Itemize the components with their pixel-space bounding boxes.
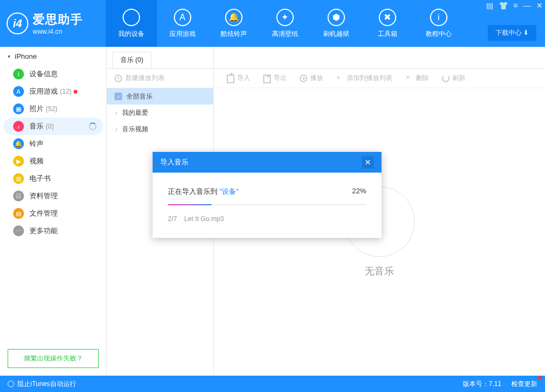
brand-logo-icon: i4 [7,13,28,34]
sidebar-item-label: 设备信息 [29,69,58,79]
notification-dot-icon [538,376,542,380]
sidebar-item-data-manage[interactable]: ☷ 资料管理 [0,187,106,205]
minimize-button[interactable]: — [523,1,531,10]
sidebar-item-label: 资料管理 [29,191,58,201]
nav-my-device[interactable]: 我的设备 [106,0,157,47]
check-update-button[interactable]: 检查更新 [511,379,537,389]
skin-icon[interactable]: 👕 [499,1,508,10]
import-status-text: 正在导入音乐到 "设备" [168,187,239,197]
import-prefix: 正在导入音乐到 [168,187,217,195]
import-button[interactable]: 导入 [227,74,250,83]
export-button[interactable]: 导出 [263,74,287,83]
nav-label: 高清壁纸 [272,29,298,39]
category-label: 我的最爱 [122,108,148,118]
new-playlist-button[interactable]: 新建播放列表 [107,69,213,88]
nav-tutorials[interactable]: i 教程中心 [413,0,464,47]
sidebar-item-label: 视频 [29,156,44,166]
sidebar-item-label: 文件管理 [29,209,58,218]
system-buttons: ▤ 👕 ≡ — ✕ [486,1,543,10]
nav-ringtones[interactable]: 🔔 酷炫铃声 [208,0,259,47]
count-badge: (0) [46,122,54,130]
tab-music[interactable]: 音乐 (0) [112,52,152,68]
menu-icon[interactable]: ≡ [513,1,518,10]
current-filename: Let It Go.mp3 [184,215,224,223]
status-right: 版本号：7.11 检查更新 [463,379,537,389]
sidebar-item-photos[interactable]: ▦ 照片 (52) [0,100,106,118]
faq-button[interactable]: 频繁出现操作失败？ [8,349,99,368]
toolbar-label: 导入 [237,74,250,83]
plus-circle-icon [114,75,122,82]
sidebar-items: i 设备信息 A 应用游戏 (12) ▦ 照片 (52) ♪ 音乐 (0) [0,65,106,341]
sidebar-item-label: 铃声 [29,139,44,149]
top-bar: i4 爱思助手 www.i4.cn 我的设备 A 应用游戏 🔔 酷炫铃声 ✦ 高… [0,0,545,47]
sidebar-item-music[interactable]: ♪ 音乐 (0) [3,118,103,135]
nav-flash-jailbreak[interactable]: ⬢ 刷机越狱 [311,0,362,47]
notification-dot-icon [74,90,77,94]
apps-icon: A [13,86,24,97]
add-to-playlist-button[interactable]: 添加到播放列表 [336,74,392,83]
version-text: 版本号：7.11 [463,379,501,389]
sidebar-item-label: 电子书 [29,174,51,183]
brand-block: i4 爱思助手 www.i4.cn [0,0,106,47]
apps-icon: A [174,9,191,26]
nav-wallpapers[interactable]: ✦ 高清壁纸 [259,0,311,47]
sidebar-footer: 频繁出现操作失败？ [0,341,106,376]
dialog-close-button[interactable]: ✕ [362,156,374,168]
import-file-row: 2/7 Let It Go.mp3 [168,215,366,223]
photos-icon: ▦ [13,103,24,114]
bell-icon: 🔔 [13,138,24,149]
music-tab-strip: 音乐 (0) [107,47,213,69]
brand-name-cn: 爱思助手 [33,11,83,28]
import-icon [227,75,234,82]
feedback-icon[interactable]: ▤ [486,1,493,10]
export-icon [263,75,271,82]
nav-label: 刷机越狱 [323,29,349,39]
dialog-header: 导入音乐 ✕ [153,152,382,173]
tools-icon: ✖ [379,9,396,26]
category-music-videos[interactable]: ♪ 音乐视频 [107,121,213,137]
sidebar-item-ringtones[interactable]: 🔔 铃声 [0,135,106,152]
version-number: 7.11 [489,380,501,388]
delete-icon [405,75,413,82]
play-button[interactable]: 播放 [300,74,323,83]
sidebar-item-label: 音乐 [29,121,44,131]
empty-text: 无音乐 [365,265,394,278]
content-tab-strip [214,47,545,69]
sidebar-item-videos[interactable]: ▶ 视频 [0,152,106,170]
category-label: 全部音乐 [126,92,153,101]
nav-toolbox[interactable]: ✖ 工具箱 [362,0,413,47]
import-status-row: 正在导入音乐到 "设备" 22% [168,187,366,197]
info-icon: i [430,9,447,26]
sidebar-item-ebooks[interactable]: ▥ 电子书 [0,170,106,187]
loading-spinner-icon [89,122,96,130]
sidebar-item-apps[interactable]: A 应用游戏 (12) [0,83,106,100]
category-label: 音乐视频 [122,125,148,134]
progress-bar-fill [168,204,211,205]
toolbar-label: 播放 [310,74,323,83]
download-center-button[interactable]: 下载中心 ⬇ [488,25,536,41]
sparkle-icon: ✦ [276,9,294,26]
toolbar-label: 刷新 [452,74,465,83]
delete-button[interactable]: 删除 [405,74,429,83]
music-note-icon: ♪ [114,109,118,117]
music-note-icon: ♪ [114,125,118,133]
device-selector[interactable]: iPhone [0,47,106,65]
category-favorites[interactable]: ♪ 我的最爱 [107,105,213,121]
music-note-icon: ♪ [114,93,122,100]
block-itunes-toggle[interactable]: 阻止iTunes自动运行 [8,379,76,389]
version-label: 版本号： [463,380,489,388]
refresh-button[interactable]: 刷新 [442,74,465,83]
brand-text: 爱思助手 www.i4.cn [33,11,83,35]
apple-icon [123,9,140,26]
check-update-label: 检查更新 [511,380,537,388]
close-button[interactable]: ✕ [536,1,543,10]
nav-apps-games[interactable]: A 应用游戏 [157,0,208,47]
sidebar-item-device-info[interactable]: i 设备信息 [0,65,106,83]
sidebar-item-label: 更多功能 [29,226,58,236]
category-all-music[interactable]: ♪ 全部音乐 [107,88,213,105]
new-playlist-label: 新建播放列表 [125,74,165,83]
sidebar-item-more[interactable]: ⋯ 更多功能 [0,222,106,240]
sidebar-item-file-manage[interactable]: ▤ 文件管理 [0,205,106,222]
more-icon: ⋯ [13,225,24,236]
nav-label: 教程中心 [426,29,452,39]
